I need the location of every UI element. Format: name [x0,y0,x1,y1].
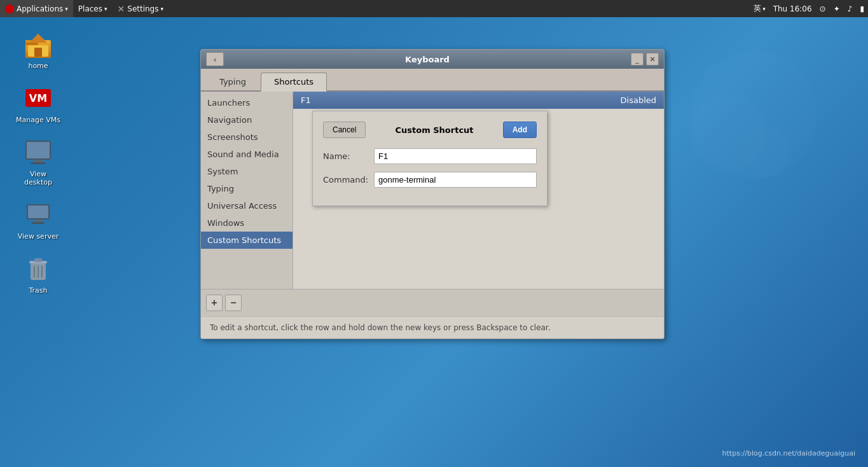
svg-rect-16 [32,222,45,224]
tab-bar: Typing Shortcuts [201,69,664,92]
sidebar-item-custom-shortcuts[interactable]: Custom Shortcuts [201,232,293,249]
svg-rect-12 [31,162,46,164]
keyboard-window: ‹ Keyboard _ ✕ Typing Shortcuts Launcher… [200,49,665,339]
view-server-label: View server [18,232,59,240]
command-input[interactable] [374,172,537,188]
sidebar: Launchers Navigation Screenshots Sound a… [201,92,293,289]
desktop-icon-view-server[interactable]: View server [13,196,64,244]
dialog-body: Cancel Custom Shortcut Add Name: Command… [313,111,547,206]
back-button[interactable]: ‹ [206,52,224,66]
bottom-controls: + − [201,289,664,316]
close-button[interactable]: ✕ [646,53,659,66]
minimize-button[interactable]: _ [631,53,644,66]
language-arrow-icon: ▾ [762,6,766,12]
time-display: Thu 16:06 [773,4,812,13]
name-input[interactable] [374,148,537,164]
window-title: Keyboard [226,55,628,64]
sidebar-item-windows[interactable]: Windows [201,214,293,232]
sidebar-item-sound-and-media[interactable]: Sound and Media [201,146,293,163]
svg-marker-5 [29,34,47,43]
remove-shortcut-button[interactable]: − [225,295,242,311]
language-indicator[interactable]: 英 ▾ [750,0,769,17]
window-body: Typing Shortcuts Launchers Navigation Sc… [201,69,664,338]
svg-rect-11 [33,160,43,162]
dialog-buttons: Cancel Custom Shortcut Add [323,122,537,138]
svg-rect-2 [25,43,38,45]
home-icon-label: home [28,62,48,70]
sidebar-item-typing[interactable]: Typing [201,180,293,197]
f1-row[interactable]: F1 Disabled [293,92,664,109]
website-label: https://blog.csdn.net/daidadeguaiguai [722,449,855,457]
settings-label: Settings [127,4,158,13]
trash-icon [23,253,53,284]
bluetooth-icon: ✦ [834,4,840,13]
desktop-icon-trash[interactable]: Trash [13,250,64,298]
hint-text: To edit a shortcut, click the row and ho… [201,316,664,338]
window-titlebar: ‹ Keyboard _ ✕ [201,50,664,69]
dialog-title: Custom Shortcut [371,125,497,135]
sidebar-item-universal-access[interactable]: Universal Access [201,197,293,214]
desktop-icon-home[interactable]: home [13,25,64,73]
command-row: Command: [323,172,537,188]
view-desktop-label: View desktop [16,170,60,186]
svg-rect-15 [34,220,42,222]
wifi-icon: ⊙ [820,4,826,13]
clock[interactable]: Thu 16:06 [769,0,816,17]
sidebar-item-screenshots[interactable]: Screenshots [201,129,293,146]
sidebar-item-navigation[interactable]: Navigation [201,111,293,129]
volume-indicator[interactable]: ♪ [844,0,857,17]
tab-shortcuts[interactable]: Shortcuts [261,73,327,92]
desktop-icon-manage-vms[interactable]: VM Manage VMs [13,80,64,127]
places-arrow-icon: ▾ [104,6,107,12]
svg-text:VM: VM [29,92,47,104]
content-area: Launchers Navigation Screenshots Sound a… [201,92,664,289]
f1-status-label: Disabled [621,95,656,105]
settings-arrow-icon: ▾ [160,6,163,12]
home-folder-icon [23,29,53,59]
add-button[interactable]: Add [503,122,537,138]
custom-shortcut-dialog: Cancel Custom Shortcut Add Name: Command… [312,111,548,206]
name-row: Name: [323,148,537,164]
applications-arrow-icon: ▾ [65,6,68,12]
svg-rect-19 [34,258,42,262]
places-menu[interactable]: Places ▾ [73,0,113,17]
battery-indicator[interactable]: ▮ [856,0,868,17]
manage-vms-icon: VM [23,83,53,113]
tab-typing[interactable]: Typing [206,73,259,90]
command-label: Command: [323,175,374,185]
sidebar-item-system[interactable]: System [201,163,293,180]
settings-menu[interactable]: ✕ Settings ▾ [113,0,169,17]
taskbar: Applications ▾ Places ▾ ✕ Settings ▾ 英 ▾… [0,0,868,17]
main-panel: F1 Disabled Cancel Custom Shortcut Add N… [293,92,664,289]
view-desktop-icon [23,137,53,167]
applications-menu[interactable]: Applications ▾ [0,0,73,17]
view-server-icon [23,199,53,230]
trash-label: Trash [29,286,47,295]
desktop-icons: home VM Manage VMs View desktop View ser… [13,25,64,298]
battery-icon: ▮ [860,4,864,13]
applications-label: Applications [17,4,63,13]
bluetooth-indicator[interactable]: ✦ [830,0,844,17]
sidebar-item-launchers[interactable]: Launchers [201,94,293,111]
name-label: Name: [323,151,374,161]
wifi-indicator[interactable]: ⊙ [816,0,830,17]
places-label: Places [78,4,102,13]
svg-rect-14 [28,206,48,218]
svg-rect-6 [34,48,42,57]
f1-key-label: F1 [301,95,311,105]
settings-icon: ✕ [118,4,125,14]
language-label: 英 [754,3,761,14]
app-menu-icon [5,4,14,13]
manage-vms-label: Manage VMs [16,116,60,124]
cancel-button[interactable]: Cancel [323,122,366,138]
volume-icon: ♪ [848,4,853,13]
add-shortcut-button[interactable]: + [206,295,223,311]
svg-rect-10 [27,142,50,158]
desktop-icon-view-desktop[interactable]: View desktop [13,134,64,190]
